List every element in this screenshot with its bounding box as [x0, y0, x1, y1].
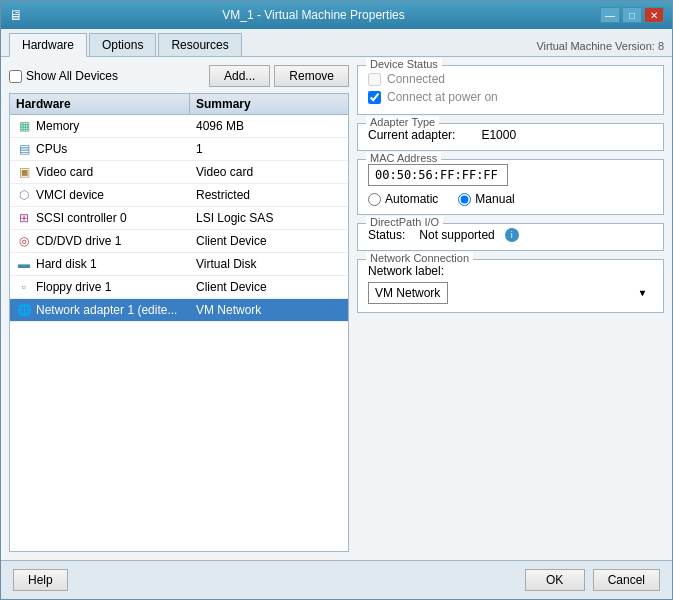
cancel-button[interactable]: Cancel	[593, 569, 660, 591]
hw-row-cpus[interactable]: ▤ CPUs 1	[10, 138, 348, 161]
hw-cell-network-name: 🌐 Network adapter 1 (edite...	[10, 299, 190, 321]
window-title: VM_1 - Virtual Machine Properties	[27, 8, 600, 22]
connect-power-checkbox[interactable]	[368, 91, 381, 104]
main-content: Show All Devices Add... Remove Hardware …	[1, 57, 672, 560]
hw-row-vmci[interactable]: ⬡ VMCI device Restricted	[10, 184, 348, 207]
tab-hardware[interactable]: Hardware	[9, 33, 87, 57]
right-panel: Device Status Connected Connect at power…	[357, 65, 664, 552]
network-select-wrap: VM Network ▼	[368, 282, 653, 304]
vmci-icon: ⬡	[16, 187, 32, 203]
hw-cell-scsi-summary: LSI Logic SAS	[190, 208, 348, 228]
bottom-action-buttons: OK Cancel	[525, 569, 660, 591]
header-summary: Summary	[190, 94, 348, 114]
chevron-down-icon: ▼	[638, 288, 647, 298]
connect-power-label: Connect at power on	[387, 90, 498, 104]
title-bar: 🖥 VM_1 - Virtual Machine Properties — □ …	[1, 1, 672, 29]
hw-row-scsi[interactable]: ⊞ SCSI controller 0 LSI Logic SAS	[10, 207, 348, 230]
video-icon: ▣	[16, 164, 32, 180]
hw-row-memory[interactable]: ▦ Memory 4096 MB	[10, 115, 348, 138]
connected-checkbox[interactable]	[368, 73, 381, 86]
hw-cell-network-summary: VM Network	[190, 300, 348, 320]
tab-resources[interactable]: Resources	[158, 33, 241, 56]
remove-button[interactable]: Remove	[274, 65, 349, 87]
adapter-type-section: Adapter Type Current adapter: E1000	[357, 123, 664, 151]
network-label-label: Network label:	[368, 264, 444, 278]
hw-cell-scsi-name: ⊞ SCSI controller 0	[10, 207, 190, 229]
hw-buttons: Add... Remove	[209, 65, 349, 87]
hw-row-harddisk[interactable]: ▬ Hard disk 1 Virtual Disk	[10, 253, 348, 276]
tab-options[interactable]: Options	[89, 33, 156, 56]
version-label: Virtual Machine Version: 8	[536, 40, 664, 56]
show-devices-row: Show All Devices Add... Remove	[9, 65, 349, 87]
show-all-devices-checkbox[interactable]	[9, 70, 22, 83]
mac-radio-row: Automatic Manual	[368, 192, 653, 206]
window-icon: 🖥	[9, 7, 23, 23]
directpath-section: DirectPath I/O Status: Not supported i	[357, 223, 664, 251]
cd-icon: ◎	[16, 233, 32, 249]
hw-cell-videocard-summary: Video card	[190, 162, 348, 182]
directpath-info-icon[interactable]: i	[505, 228, 519, 242]
directpath-title: DirectPath I/O	[366, 216, 443, 228]
connected-label: Connected	[387, 72, 445, 86]
hw-row-network[interactable]: 🌐 Network adapter 1 (edite... VM Network	[10, 299, 348, 322]
hw-cell-cddvd-summary: Client Device	[190, 231, 348, 251]
mac-address-section: MAC Address Automatic Manual	[357, 159, 664, 215]
network-connection-section: Network Connection Network label: VM Net…	[357, 259, 664, 313]
scsi-icon: ⊞	[16, 210, 32, 226]
mac-automatic-radio[interactable]	[368, 193, 381, 206]
minimize-button[interactable]: —	[600, 7, 620, 23]
mac-manual-radio[interactable]	[458, 193, 471, 206]
hw-cell-vmci-name: ⬡ VMCI device	[10, 184, 190, 206]
hw-cell-harddisk-name: ▬ Hard disk 1	[10, 253, 190, 275]
adapter-type-title: Adapter Type	[366, 116, 439, 128]
network-select[interactable]: VM Network	[368, 282, 448, 304]
window-controls: — □ ✕	[600, 7, 664, 23]
close-button[interactable]: ✕	[644, 7, 664, 23]
hardware-table: Hardware Summary ▦ Memory 4096 MB ▤ CPUs	[9, 93, 349, 552]
hw-cell-cddvd-name: ◎ CD/DVD drive 1	[10, 230, 190, 252]
tabs-bar: Hardware Options Resources Virtual Machi…	[1, 29, 672, 57]
network-select-row: VM Network ▼	[368, 282, 653, 304]
bottom-bar: Help OK Cancel	[1, 560, 672, 599]
maximize-button[interactable]: □	[622, 7, 642, 23]
left-panel: Show All Devices Add... Remove Hardware …	[9, 65, 349, 552]
header-hardware: Hardware	[10, 94, 190, 114]
adapter-row: Current adapter: E1000	[368, 128, 653, 142]
hw-row-floppy[interactable]: ▫ Floppy drive 1 Client Device	[10, 276, 348, 299]
network-label-row: Network label:	[368, 264, 653, 278]
directpath-status-label: Status:	[368, 228, 405, 242]
hdd-icon: ▬	[16, 256, 32, 272]
hw-cell-videocard-name: ▣ Video card	[10, 161, 190, 183]
help-button[interactable]: Help	[13, 569, 68, 591]
add-button[interactable]: Add...	[209, 65, 270, 87]
directpath-row: Status: Not supported i	[368, 228, 653, 242]
hw-cell-floppy-summary: Client Device	[190, 277, 348, 297]
connect-power-row: Connect at power on	[368, 88, 653, 106]
hw-cell-vmci-summary: Restricted	[190, 185, 348, 205]
hw-row-cddvd[interactable]: ◎ CD/DVD drive 1 Client Device	[10, 230, 348, 253]
memory-icon: ▦	[16, 118, 32, 134]
hw-cell-memory-summary: 4096 MB	[190, 116, 348, 136]
mac-automatic-item: Automatic	[368, 192, 438, 206]
hw-cell-harddisk-summary: Virtual Disk	[190, 254, 348, 274]
mac-automatic-label: Automatic	[385, 192, 438, 206]
hw-table-header: Hardware Summary	[10, 94, 348, 115]
ok-button[interactable]: OK	[525, 569, 585, 591]
cpu-icon: ▤	[16, 141, 32, 157]
current-adapter-label: Current adapter:	[368, 128, 455, 142]
network-icon: 🌐	[16, 302, 32, 318]
mac-input-row	[368, 164, 653, 186]
mac-manual-label: Manual	[475, 192, 514, 206]
floppy-icon: ▫	[16, 279, 32, 295]
show-all-devices-label: Show All Devices	[26, 69, 118, 83]
mac-manual-item: Manual	[458, 192, 514, 206]
hw-cell-cpus-name: ▤ CPUs	[10, 138, 190, 160]
hw-row-videocard[interactable]: ▣ Video card Video card	[10, 161, 348, 184]
mac-address-input[interactable]	[368, 164, 508, 186]
mac-address-title: MAC Address	[366, 152, 441, 164]
hw-cell-cpus-summary: 1	[190, 139, 348, 159]
main-window: 🖥 VM_1 - Virtual Machine Properties — □ …	[0, 0, 673, 600]
hw-cell-memory-name: ▦ Memory	[10, 115, 190, 137]
device-status-title: Device Status	[366, 58, 442, 70]
device-status-section: Device Status Connected Connect at power…	[357, 65, 664, 115]
